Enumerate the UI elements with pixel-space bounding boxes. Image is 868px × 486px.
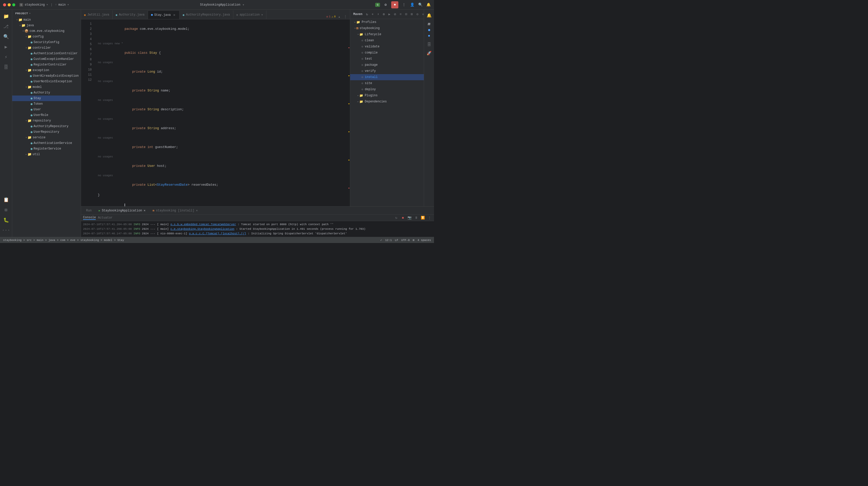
- sidebar-item-userrepo[interactable]: ◉ UserRepository: [12, 129, 81, 135]
- sidebar-item-registerservice[interactable]: ◉ RegisterService: [12, 146, 81, 152]
- status-indent[interactable]: ⊞: [413, 238, 415, 242]
- maven-item-test[interactable]: ⊙ test: [350, 56, 424, 62]
- maven-download-btn[interactable]: ⬇: [376, 12, 381, 17]
- sidebar-item-authority[interactable]: ◉ Authority: [12, 90, 81, 95]
- tab-application[interactable]: ⚙ application ▾: [233, 10, 267, 19]
- console-tab[interactable]: Console: [83, 216, 96, 220]
- maven-item-lifecycle[interactable]: ▾ 📁 Lifecycle: [350, 31, 424, 37]
- tab-stay[interactable]: Stay.java ✕: [148, 10, 180, 19]
- sidebar-item-authorityrepo[interactable]: ◉ AuthorityRepository: [12, 124, 81, 129]
- tab-stay-close-icon[interactable]: ✕: [172, 13, 176, 17]
- maven-item-compile[interactable]: ⊙ compile: [350, 50, 424, 56]
- sidebar-item-userrole[interactable]: ◉ UserRole: [12, 112, 81, 118]
- bottom-tab-install[interactable]: m staybooking [install] ✕: [150, 207, 201, 214]
- activity-terminal-icon[interactable]: ⊞: [2, 205, 11, 214]
- maven-item-staybooking[interactable]: ▾ m staybooking: [350, 25, 424, 31]
- activity-build-icon[interactable]: 📋: [2, 195, 11, 204]
- sidebar-item-usernotexist[interactable]: ◉ UserNotExistException: [12, 79, 81, 84]
- console-screenshot-icon[interactable]: 📷: [407, 215, 412, 220]
- code-editor[interactable]: package com.eve.staybooking.model; no us…: [94, 19, 347, 206]
- bottom-tab-staybooking[interactable]: ▶ StaybookingApplication ✕: [96, 207, 149, 214]
- search-icon[interactable]: 🔍: [418, 2, 423, 7]
- status-encoding[interactable]: UTF-8: [401, 239, 410, 242]
- more-icon[interactable]: ⋮: [401, 2, 406, 7]
- actuator-tab[interactable]: Actuator: [98, 216, 113, 219]
- bottom-tab-run[interactable]: Run: [83, 207, 95, 214]
- tab-authority[interactable]: ◉ Authority.java: [113, 10, 148, 19]
- maven-item-validate[interactable]: ⊙ validate: [350, 43, 424, 50]
- tab-authorityrepo[interactable]: ◉ AuthorityRepository.java: [180, 10, 233, 19]
- status-check-icon[interactable]: ✓: [380, 238, 382, 242]
- maven-item-site[interactable]: ⊙ site: [350, 80, 424, 86]
- sidebar-item-main[interactable]: ▾ 📁 main: [12, 17, 81, 23]
- status-line-ending[interactable]: LF: [395, 239, 398, 242]
- notifications-icon[interactable]: 🔔: [426, 2, 431, 7]
- maven-refresh-btn[interactable]: ↻: [365, 12, 370, 17]
- right-git-icon[interactable]: ●: [425, 32, 433, 40]
- maven-settings-btn[interactable]: ⚙: [415, 12, 420, 17]
- console-scroll-icon[interactable]: ⏬: [420, 215, 425, 220]
- maven-item-verify[interactable]: ⊙ verify: [350, 68, 424, 74]
- sidebar-item-user[interactable]: ◉ User: [12, 107, 81, 112]
- sidebar-item-java[interactable]: ▾ 📁 java: [12, 23, 81, 28]
- profile-icon[interactable]: G: [375, 3, 380, 7]
- console-stop-icon[interactable]: ■: [400, 215, 405, 220]
- activity-database-icon[interactable]: 🗄: [2, 63, 11, 72]
- sidebar-item-package[interactable]: ▾ 📦 com.eve.staybooking: [12, 28, 81, 34]
- maven-toggle-btn[interactable]: ≡: [398, 12, 403, 17]
- activity-plugins-icon[interactable]: ⚡: [2, 53, 11, 62]
- tab-chevron-up-icon[interactable]: ▴: [337, 14, 342, 19]
- bottom-tab-staybooking-close-icon[interactable]: ✕: [144, 209, 146, 212]
- maven-item-plugins[interactable]: ▸ 📁 Plugins: [350, 92, 424, 98]
- activity-vcs-icon[interactable]: ⎇: [2, 22, 11, 31]
- sidebar-item-useralreadyexist[interactable]: ◉ UserAlreadyExistException: [12, 73, 81, 79]
- maven-collapse-btn[interactable]: ⊟: [404, 12, 409, 17]
- close-button[interactable]: [3, 3, 6, 6]
- maximize-button[interactable]: [12, 3, 15, 6]
- maven-item-profiles[interactable]: ▸ 📁 Profiles: [350, 19, 424, 25]
- maven-skip-btn[interactable]: ⊘: [393, 12, 398, 17]
- right-db-icon[interactable]: 🗄: [425, 41, 433, 49]
- sidebar-item-authservice[interactable]: ◉ AuthenticationService: [12, 140, 81, 146]
- sidebar-item-token[interactable]: ◉ Token: [12, 101, 81, 107]
- user-icon[interactable]: 👤: [409, 2, 415, 7]
- sidebar-item-service[interactable]: ▾ 📁 service: [12, 135, 81, 140]
- right-notifications-icon[interactable]: 🔔: [425, 12, 433, 19]
- sidebar-item-authcontroller[interactable]: ◉ AuthenticationController: [12, 51, 81, 56]
- sidebar-item-customexception[interactable]: ◉ CustomExceptionHandler: [12, 56, 81, 62]
- console-more-icon[interactable]: ⋮: [427, 215, 432, 220]
- activity-debug-icon[interactable]: 🐛: [2, 215, 11, 225]
- sidebar-item-model[interactable]: ▾ 📁 model: [12, 84, 81, 90]
- maven-add-btn[interactable]: +: [370, 12, 375, 17]
- maven-item-clean[interactable]: ⊙ clean: [350, 37, 424, 43]
- sidebar-item-stay[interactable]: ◉ Stay: [12, 95, 81, 101]
- activity-search-icon[interactable]: 🔍: [2, 32, 11, 41]
- bottom-tab-install-close-icon[interactable]: ✕: [196, 209, 198, 212]
- maven-expand-btn[interactable]: ⊞: [409, 12, 414, 17]
- minimize-button[interactable]: [8, 3, 11, 6]
- maven-run-btn[interactable]: ▶: [387, 12, 392, 17]
- stop-button[interactable]: ■: [391, 1, 398, 8]
- maven-item-deploy[interactable]: ⊙ deploy: [350, 86, 424, 92]
- maven-item-package[interactable]: ⊙ package: [350, 62, 424, 68]
- right-maven-icon active-m[interactable]: m: [425, 20, 433, 28]
- activity-project-icon[interactable]: 📁: [2, 12, 11, 21]
- sidebar-item-repository[interactable]: ▾ 📁 repository: [12, 118, 81, 124]
- sidebar-item-util[interactable]: ▸ 📁 util: [12, 152, 81, 157]
- console-restart-icon[interactable]: ↻: [394, 215, 399, 220]
- activity-more-icon[interactable]: ···: [2, 226, 11, 235]
- sidebar-item-registercontroller[interactable]: ◉ RegisterController: [12, 62, 81, 67]
- right-deploy-icon[interactable]: 🚀: [425, 50, 433, 57]
- sidebar-item-config[interactable]: ▾ 📁 config: [12, 34, 81, 39]
- sidebar-item-exception[interactable]: ▾ 📁 exception: [12, 67, 81, 73]
- maven-item-install[interactable]: ⊙ install: [350, 74, 424, 80]
- status-position[interactable]: 12:1: [385, 239, 392, 242]
- tab-more-icon[interactable]: ⋮: [343, 14, 348, 19]
- maven-generate-btn[interactable]: ⊕: [381, 12, 386, 17]
- activity-run-icon[interactable]: ▶: [2, 42, 11, 52]
- settings-icon[interactable]: ⚙: [383, 2, 388, 7]
- console-pause-icon[interactable]: ⏸: [414, 215, 419, 220]
- sidebar-item-securityconfig[interactable]: ◉ SecurityConfig: [12, 39, 81, 45]
- sidebar-item-controller[interactable]: ▾ 📁 controller: [12, 45, 81, 51]
- tab-jwtutil[interactable]: ◉ JwtUtil.java: [81, 10, 113, 19]
